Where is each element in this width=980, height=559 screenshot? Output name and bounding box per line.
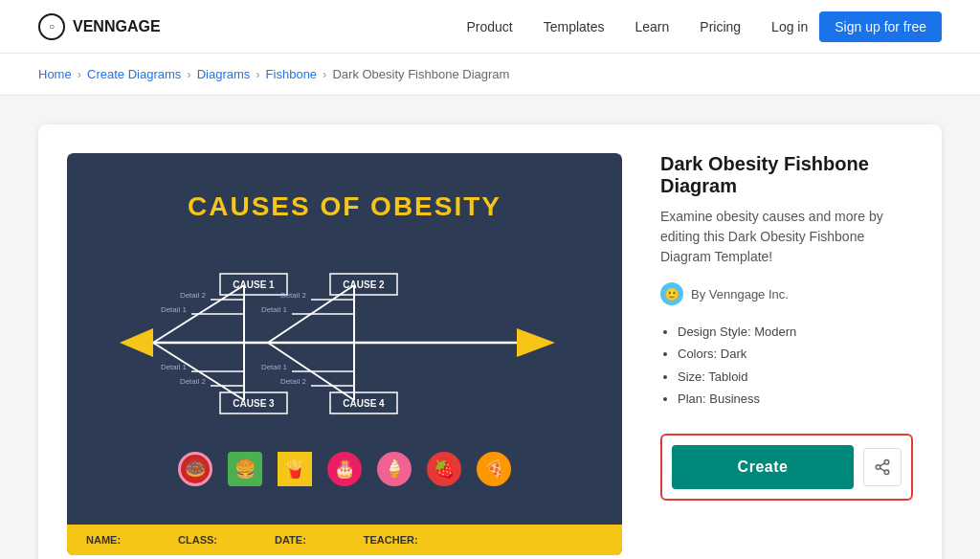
fishbone-area: CAUSES OF OBESITY: [67, 153, 622, 525]
svg-marker-2: [120, 328, 153, 357]
breadcrumb-sep-1: ›: [78, 67, 81, 81]
svg-text:Detail 1: Detail 1: [161, 363, 188, 371]
svg-text:Detail 2: Detail 2: [180, 377, 207, 386]
breadcrumb-diagrams[interactable]: Diagrams: [197, 67, 251, 81]
breadcrumb-home[interactable]: Home: [38, 67, 72, 81]
svg-text:Detail 2: Detail 2: [280, 377, 307, 386]
breadcrumb: Home › Create Diagrams › Diagrams › Fish…: [0, 54, 980, 96]
date-key: DATE:: [275, 534, 306, 546]
signup-button[interactable]: Sign up for free: [819, 11, 942, 42]
main-content: CAUSES OF OBESITY: [0, 96, 980, 559]
class-key: CLASS:: [178, 534, 217, 546]
name-key: NAME:: [86, 534, 121, 546]
breadcrumb-current: Dark Obesity Fishbone Diagram: [332, 67, 509, 81]
meta-design-style: Design Style: Modern: [678, 321, 913, 343]
svg-text:Detail 1: Detail 1: [261, 363, 288, 371]
info-panel: Dark Obesity Fishbone Diagram Examine ob…: [660, 153, 913, 555]
breadcrumb-sep-4: ›: [323, 67, 326, 81]
header: ○ VENNGAGE Product Templates Learn Prici…: [0, 0, 980, 54]
diagram-image: CAUSES OF OBESITY: [67, 153, 622, 555]
diagram-preview: CAUSES OF OBESITY: [67, 153, 622, 555]
meta-list: Design Style: Modern Colors: Dark Size: …: [660, 321, 913, 411]
svg-line-39: [880, 462, 884, 465]
logo[interactable]: ○ VENNGAGE: [38, 13, 161, 40]
fishbone-svg: CAUSE 1 CAUSE 2 CAUSE 3 CAUSE 4 Det: [96, 237, 593, 448]
author-row: 🙂 By Venngage Inc.: [660, 282, 913, 305]
label-date: DATE:: [275, 534, 306, 546]
main-nav: Product Templates Learn Pricing: [466, 19, 741, 34]
svg-text:Detail 1: Detail 1: [261, 305, 288, 314]
svg-point-36: [876, 464, 880, 469]
meta-size: Size: Tabloid: [678, 366, 913, 388]
breadcrumb-sep-2: ›: [187, 67, 190, 81]
share-button[interactable]: [863, 448, 902, 486]
svg-text:CAUSE 2: CAUSE 2: [343, 280, 385, 290]
breadcrumb-create-diagrams[interactable]: Create Diagrams: [87, 67, 181, 81]
svg-text:CAUSE 4: CAUSE 4: [343, 398, 385, 409]
logo-icon: ○: [38, 13, 65, 40]
nav-product[interactable]: Product: [466, 19, 512, 34]
food-icon-fries: 🍟: [278, 452, 312, 486]
svg-text:Detail 1: Detail 1: [161, 305, 188, 314]
svg-text:CAUSE 1: CAUSE 1: [233, 280, 275, 290]
nav-pricing[interactable]: Pricing: [700, 19, 741, 34]
svg-marker-1: [517, 328, 555, 357]
svg-text:CAUSE 3: CAUSE 3: [233, 398, 275, 409]
svg-point-37: [884, 470, 889, 475]
meta-colors: Colors: Dark: [678, 343, 913, 365]
svg-text:Detail 2: Detail 2: [280, 291, 307, 300]
food-icon-burger: 🍔: [228, 452, 262, 486]
fishbone-svg-container: CAUSE 1 CAUSE 2 CAUSE 3 CAUSE 4 Det: [86, 237, 603, 448]
food-icon-berries: 🍓: [427, 452, 461, 486]
info-description: Examine obesity causes and more by editi…: [660, 207, 913, 267]
logo-text: VENNGAGE: [73, 18, 161, 35]
author-icon: 🙂: [660, 282, 683, 305]
diagram-bottom: NAME: CLASS: DATE: TEACHER:: [67, 525, 622, 555]
breadcrumb-sep-3: ›: [256, 67, 259, 81]
create-button[interactable]: Create: [672, 445, 854, 489]
food-icon-cake: 🎂: [327, 452, 362, 486]
svg-point-35: [884, 459, 889, 464]
food-icon-pizza: 🍕: [477, 452, 511, 486]
teacher-key: TEACHER:: [364, 534, 418, 546]
nav-templates[interactable]: Templates: [544, 19, 605, 34]
food-icon-donut: 🍩: [178, 452, 212, 486]
share-icon: [874, 458, 891, 476]
label-class: CLASS:: [178, 534, 217, 546]
info-title: Dark Obesity Fishbone Diagram: [660, 153, 913, 197]
login-button[interactable]: Log in: [771, 19, 808, 34]
content-card: CAUSES OF OBESITY: [38, 124, 942, 559]
nav-learn[interactable]: Learn: [635, 19, 670, 34]
breadcrumb-fishbone[interactable]: Fishbone: [266, 67, 317, 81]
header-actions: Log in Sign up for free: [771, 11, 942, 42]
bottom-labels: NAME: CLASS: DATE: TEACHER:: [86, 534, 603, 546]
label-name: NAME:: [86, 534, 121, 546]
food-icon-ice-cream: 🍦: [377, 452, 412, 486]
diagram-title: CAUSES OF OBESITY: [188, 191, 501, 222]
create-area: Create: [660, 434, 913, 501]
svg-line-38: [880, 468, 884, 471]
author-name: By Venngage Inc.: [691, 287, 789, 302]
svg-text:Detail 2: Detail 2: [180, 291, 207, 300]
meta-plan: Plan: Business: [678, 388, 913, 410]
label-teacher: TEACHER:: [364, 534, 418, 546]
